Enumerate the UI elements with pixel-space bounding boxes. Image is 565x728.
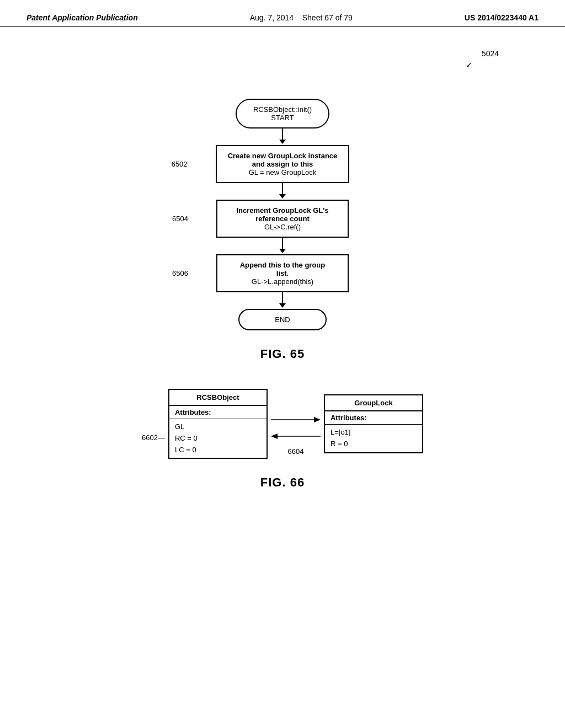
step6504-line2: reference count [228, 215, 337, 223]
box-6506: Append this to the group list. GL->L.app… [216, 254, 349, 292]
connector-svg [271, 409, 321, 447]
box-6504: Increment GroupLock GL's reference count… [216, 200, 349, 238]
date-sheet-info: Aug. 7, 2014 Sheet 67 of 79 [250, 13, 353, 22]
diagram-wrapper: 6602— RCSBObject Attributes: GL RC = 0 L… [142, 389, 423, 459]
grouplock-attributes-header: Attributes: [325, 411, 422, 425]
end-node: END [238, 309, 327, 330]
step6502-line3: GL = new GroupLock [228, 168, 338, 176]
step-6504: 6504 Increment GroupLock GL's reference … [216, 200, 349, 238]
label-6504: 6504 [172, 215, 188, 223]
step6504-line3: GL->C.ref() [228, 223, 337, 231]
fig65-container: 5024 ↙ RCSBObject::init() START 6502 Cre… [33, 49, 532, 361]
arrow-1 [279, 129, 286, 145]
sheet-info: Sheet 67 of 79 [302, 13, 353, 22]
grouplock-header: GroupLock [325, 395, 422, 411]
ref-6604: 6604 [287, 447, 303, 456]
rcsb-row-0: GL [175, 421, 261, 433]
grouplock-box: GroupLock Attributes: L=[o1] R = 0 [324, 394, 423, 453]
step-6502: 6502 Create new GroupLock instance and a… [216, 145, 350, 183]
rcsb-row-2: LC = 0 [175, 445, 261, 456]
label-6502: 6502 [172, 160, 188, 168]
arrow-4 [279, 292, 286, 309]
svg-marker-3 [271, 433, 278, 439]
patent-number: US 2014/0223440 A1 [465, 13, 539, 22]
connector-arrows: 6604 [271, 409, 321, 456]
arrow-3 [279, 238, 286, 254]
main-content: 5024 ↙ RCSBObject::init() START 6502 Cre… [0, 27, 565, 501]
fig66-container: 6602— RCSBObject Attributes: GL RC = 0 L… [33, 389, 532, 490]
publication-date: Aug. 7, 2014 [250, 13, 294, 22]
step6502-line2: and assign to this [228, 160, 338, 168]
rcsb-object-box: RCSBObject Attributes: GL RC = 0 LC = 0 [168, 389, 268, 459]
grouplock-row-0: L=[o1] [331, 427, 417, 438]
step6506-line1: Append this to the group [228, 261, 337, 269]
page-header: Patent Application Publication Aug. 7, 2… [0, 0, 565, 27]
fig66-caption: FIG. 66 [260, 475, 305, 490]
fig65-caption: FIG. 65 [260, 347, 305, 361]
ref-5024-arrow: ↙ [466, 60, 472, 69]
svg-marker-1 [314, 417, 321, 422]
flowchart-fig65: RCSBObject::init() START 6502 Create new… [216, 99, 350, 330]
step6506-line2: list. [228, 269, 337, 277]
label-6506: 6506 [172, 269, 188, 277]
start-line2: START [253, 114, 312, 122]
arrow-2 [279, 183, 286, 200]
ref-6602: 6602— [142, 433, 165, 442]
rcsb-header: RCSBObject [169, 390, 266, 406]
publication-label: Patent Application Publication [26, 13, 138, 22]
grouplock-row-1: R = 0 [331, 438, 417, 450]
step6502-line1: Create new GroupLock instance [228, 152, 338, 160]
step6506-line3: GL->L.append(this) [228, 277, 337, 286]
step6504-line1: Increment GroupLock GL's [228, 206, 337, 215]
rcsb-attributes-header: Attributes: [169, 406, 266, 419]
grouplock-body: L=[o1] R = 0 [325, 425, 422, 452]
ref-5024: 5024 [482, 49, 499, 58]
step-6506: 6506 Append this to the group list. GL->… [216, 254, 349, 292]
box-6502: Create new GroupLock instance and assign… [216, 145, 350, 183]
start-node: RCSBObject::init() START [236, 99, 329, 129]
rcsb-body: GL RC = 0 LC = 0 [169, 419, 266, 458]
start-line1: RCSBObject::init() [253, 105, 312, 114]
rcsb-row-1: RC = 0 [175, 433, 261, 445]
